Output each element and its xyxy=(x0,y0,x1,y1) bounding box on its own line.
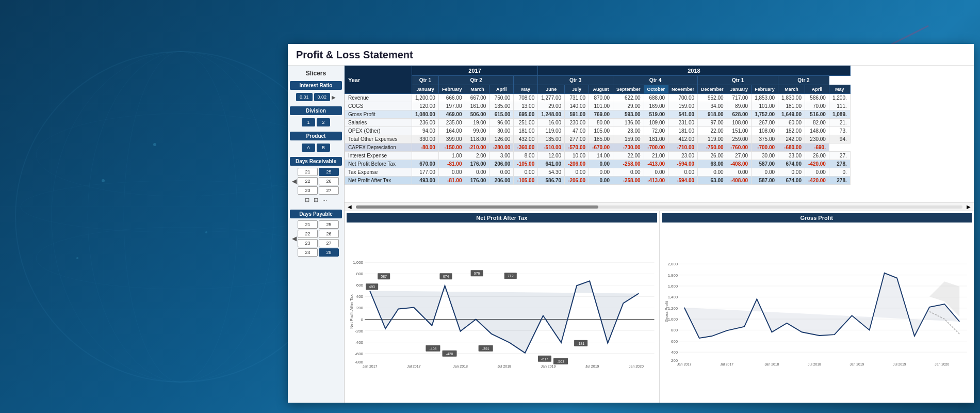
cell-r1-c16: 111. xyxy=(829,102,850,110)
row-label-4: OPEX (Other) xyxy=(345,127,412,135)
cell-r5-c4: 432.00 xyxy=(514,135,538,144)
cell-r1-c13: 101.00 xyxy=(752,102,778,110)
cell-r1-c0: 120.00 xyxy=(412,102,439,110)
cell-r9-c10: 0.00 xyxy=(668,168,698,177)
dr-btn-26[interactable]: 26 xyxy=(319,177,339,185)
cell-r1-c6: 140.00 xyxy=(565,102,589,110)
cell-r8-c7: 0.00 xyxy=(589,160,613,168)
dr-btn-21[interactable]: 21 xyxy=(298,168,318,176)
days-payable-prev[interactable]: ◀ xyxy=(292,235,297,242)
scroll-right-btn[interactable]: ▶ xyxy=(967,204,971,210)
cell-r9-c4: 0.00 xyxy=(514,168,538,177)
row-label-10: Net Profit After Tax xyxy=(345,177,412,185)
cell-r8-c10: -594.00 xyxy=(668,160,698,168)
cell-r2-c2: 506.00 xyxy=(465,110,489,119)
days-receivable-label: Days Receivable xyxy=(296,158,336,164)
dp-btn-22[interactable]: 22 xyxy=(298,230,318,238)
dr-btn-25[interactable]: 25 xyxy=(319,168,339,176)
th-may-2017: May xyxy=(514,85,538,94)
scroll-track[interactable] xyxy=(356,205,962,209)
svg-text:Jan 2019: Jan 2019 xyxy=(850,362,864,366)
profit-loss-table: Year 2017 2018 Qtr 1 Qtr 2 Qtr 3 Qtr 4 Q… xyxy=(345,66,851,185)
cell-r5-c6: 277.00 xyxy=(565,135,589,144)
cell-r10-c12: -408.00 xyxy=(727,177,752,185)
cell-r10-c16: 278. xyxy=(829,177,850,185)
table-row: Total Other Expenses330.00399.00118.0012… xyxy=(345,135,851,144)
scroll-left-btn[interactable]: ◀ xyxy=(348,204,352,210)
interest-ratio-btn-001[interactable]: 0.01 xyxy=(296,93,313,101)
net-profit-chart-container: Net Profit After Tax Net Profit After Ta… xyxy=(345,211,659,403)
cell-r6-c0: -80.00 xyxy=(412,144,439,152)
dr-btn-22[interactable]: 22 xyxy=(298,177,318,185)
dr-more-icon[interactable]: ··· xyxy=(321,196,328,204)
dp-btn-26[interactable]: 26 xyxy=(319,230,339,238)
cell-r9-c1: 0.00 xyxy=(438,168,465,177)
cell-r8-c1: -81.00 xyxy=(438,160,465,168)
cell-r3-c7: 80.00 xyxy=(589,119,613,127)
dp-btn-24[interactable]: 24 xyxy=(298,248,318,257)
svg-text:1,400: 1,400 xyxy=(667,295,677,299)
svg-text:Jul 2017: Jul 2017 xyxy=(407,364,421,368)
cell-r6-c1: -150.00 xyxy=(438,144,465,152)
cell-r7-c9: 21.00 xyxy=(644,152,668,160)
table-scrollbar[interactable]: ◀ ▶ xyxy=(345,202,974,211)
cell-r5-c13: 375.00 xyxy=(752,135,778,144)
th-2018: 2018 xyxy=(538,66,851,76)
scroll-thumb[interactable] xyxy=(356,205,598,209)
svg-text:Jul 2019: Jul 2019 xyxy=(893,362,906,366)
cell-r9-c2: 0.00 xyxy=(465,168,489,177)
cell-r2-c0: 1,080.00 xyxy=(412,110,439,119)
days-receivable-prev[interactable]: ◀ xyxy=(292,178,297,185)
product-btn-b[interactable]: B xyxy=(317,144,330,152)
dr-list-icon[interactable]: ⊞ xyxy=(313,196,319,204)
cell-r3-c6: 230.00 xyxy=(565,119,589,127)
th-mar-2018: March xyxy=(778,85,805,94)
cell-r6-c3: -280.00 xyxy=(489,144,514,152)
dr-btn-23[interactable]: 23 xyxy=(298,186,318,195)
cell-r9-c14: 0.00 xyxy=(778,168,805,177)
svg-text:-800: -800 xyxy=(355,360,364,364)
cell-r4-c16: 73. xyxy=(829,127,850,135)
dr-btn-27[interactable]: 27 xyxy=(319,186,339,195)
cell-r5-c1: 399.00 xyxy=(438,135,465,144)
dr-filter-icon[interactable]: ⊟ xyxy=(304,196,311,204)
cell-r1-c8: 29.00 xyxy=(613,102,644,110)
cell-r9-c15: 0.00 xyxy=(805,168,829,177)
table-row: OPEX (Other)94.00164.0099.0030.00181.001… xyxy=(345,127,851,135)
cell-r5-c12: 259.00 xyxy=(727,135,752,144)
dp-btn-27[interactable]: 27 xyxy=(319,239,339,247)
cell-r0-c14: 1,830.00 xyxy=(778,94,805,102)
interest-ratio-btn-002[interactable]: 0.02 xyxy=(314,93,331,101)
net-profit-svg: Net Profit After Tax 1,000 800 600 400 2… xyxy=(347,225,657,399)
table-row: Salaries236.00235.0019.0096.00251.0016.0… xyxy=(345,119,851,127)
days-payable-slicer: Days Payable ◀ 21 25 22 26 23 27 24 28 xyxy=(290,210,342,257)
row-label-1: COGS xyxy=(345,102,412,110)
cell-r9-c13: 0.00 xyxy=(752,168,778,177)
dp-btn-21[interactable]: 21 xyxy=(298,220,318,229)
cell-r0-c15: 586.00 xyxy=(805,94,829,102)
th-qtr4-2017: Qtr 4 xyxy=(613,76,698,85)
cell-r6-c2: -210.00 xyxy=(465,144,489,152)
data-table-wrapper[interactable]: Year 2017 2018 Qtr 1 Qtr 2 Qtr 3 Qtr 4 Q… xyxy=(345,66,974,202)
svg-text:Jan 2020: Jan 2020 xyxy=(935,362,949,366)
product-btn-a[interactable]: A xyxy=(302,144,315,152)
svg-text:Jul 2017: Jul 2017 xyxy=(720,362,733,366)
cell-r0-c16: 1,200. xyxy=(829,94,850,102)
svg-text:674: 674 xyxy=(443,275,449,278)
table-row: Revenue1,200.00666.00667.00750.00708.001… xyxy=(345,94,851,102)
interest-ratio-next-btn[interactable]: ▶ xyxy=(332,93,336,101)
net-profit-chart: Net Profit After Tax 1,000 800 600 400 2… xyxy=(347,225,657,399)
dp-btn-25[interactable]: 25 xyxy=(319,220,339,229)
cell-r6-c10: -710.00 xyxy=(668,144,698,152)
dp-btn-23[interactable]: 23 xyxy=(298,239,318,247)
cell-r5-c3: 126.00 xyxy=(489,135,514,144)
cell-r1-c15: 70.00 xyxy=(805,102,829,110)
cell-r10-c10: -594.00 xyxy=(668,177,698,185)
division-btn-2[interactable]: 2 xyxy=(317,118,330,126)
division-btn-1[interactable]: 1 xyxy=(302,118,315,126)
dp-btn-28[interactable]: 28 xyxy=(319,248,339,257)
cell-r2-c14: 1,649.00 xyxy=(778,110,805,119)
th-jul-2017: July xyxy=(565,85,589,94)
cell-r3-c13: 267.00 xyxy=(752,119,778,127)
th-apr-2017: April xyxy=(489,85,514,94)
